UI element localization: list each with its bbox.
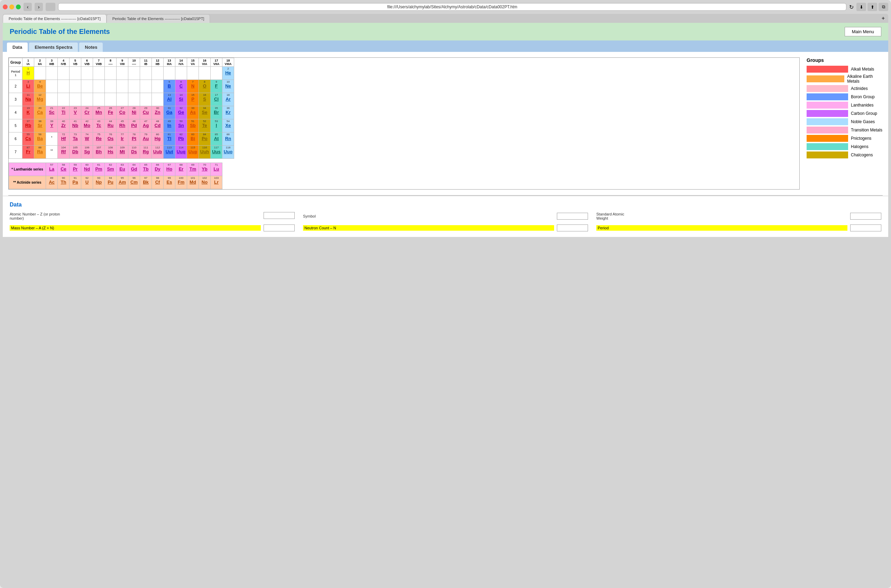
element-Uuq[interactable]: 114 Uuq bbox=[176, 146, 187, 159]
element-Mo[interactable]: 42 Mo bbox=[81, 119, 93, 132]
element-Ar[interactable]: 18 Ar bbox=[222, 93, 234, 106]
element-Al[interactable]: 13 Al bbox=[164, 93, 176, 106]
share-button[interactable]: ⬆ bbox=[867, 3, 877, 11]
forward-button[interactable]: › bbox=[34, 3, 43, 11]
element-I[interactable]: 53 I bbox=[211, 119, 222, 132]
element-Xe[interactable]: 54 Xe bbox=[222, 119, 234, 132]
element-Hs[interactable]: 108 Hs bbox=[105, 146, 117, 159]
element-V[interactable]: 23 V bbox=[69, 106, 81, 119]
element-Ds[interactable]: 110 Ds bbox=[128, 146, 140, 159]
element-Hg[interactable]: 80 Hg bbox=[152, 132, 164, 146]
element-Kr[interactable]: 36 Kr bbox=[222, 106, 234, 119]
element-Re[interactable]: 75 Re bbox=[93, 132, 105, 146]
element-No[interactable]: 102No bbox=[199, 176, 211, 189]
close-button[interactable] bbox=[3, 4, 8, 9]
element-Yb[interactable]: 70Yb bbox=[199, 163, 211, 176]
element-Ra[interactable]: 88 Ra bbox=[34, 146, 46, 159]
element-Pt[interactable]: 78 Pt bbox=[128, 132, 140, 146]
element-Md[interactable]: 101Md bbox=[187, 176, 199, 189]
element-Pd[interactable]: 46 Pd bbox=[128, 119, 140, 132]
new-window-button[interactable]: ⧉ bbox=[879, 3, 888, 11]
element-Po[interactable]: 84 Po bbox=[199, 132, 211, 146]
element-Se[interactable]: 34 Se bbox=[199, 106, 211, 119]
tab-notes[interactable]: Notes bbox=[79, 42, 103, 52]
element-Br[interactable]: 35 Br bbox=[211, 106, 222, 119]
element-Co[interactable]: 27 Co bbox=[117, 106, 128, 119]
element-H[interactable]: 1 H bbox=[22, 67, 34, 80]
element-Uup[interactable]: 115 Uup bbox=[187, 146, 199, 159]
element-At[interactable]: 85 At bbox=[211, 132, 222, 146]
element-Tb[interactable]: 65Tb bbox=[140, 163, 152, 176]
new-tab-button[interactable]: + bbox=[878, 14, 888, 23]
element-O[interactable]: 8 O bbox=[199, 80, 211, 93]
element-Bk[interactable]: 97Bk bbox=[140, 176, 152, 189]
browser-tab-2[interactable]: Periodic Table of the Elements ---------… bbox=[106, 14, 210, 23]
element-Sg[interactable]: 106 Sg bbox=[81, 146, 93, 159]
element-Ac[interactable]: 89Ac bbox=[46, 176, 58, 189]
input-neutron-count[interactable] bbox=[557, 225, 588, 231]
element-Db[interactable]: 105 Db bbox=[69, 146, 81, 159]
element-Ce[interactable]: 58Ce bbox=[58, 163, 69, 176]
element-Eu[interactable]: 63Eu bbox=[117, 163, 128, 176]
element-W[interactable]: 74 W bbox=[81, 132, 93, 146]
element-Es[interactable]: 99Es bbox=[164, 176, 176, 189]
element-Os[interactable]: 76 Os bbox=[105, 132, 117, 146]
element-K[interactable]: 19 K bbox=[22, 106, 34, 119]
element-Rb[interactable]: 37 Rb bbox=[22, 119, 34, 132]
element-Fr[interactable]: 87 Fr bbox=[22, 146, 34, 159]
element-Ni[interactable]: 28 Ni bbox=[128, 106, 140, 119]
element-Ba[interactable]: 56 Ba bbox=[34, 132, 46, 146]
element-Tl[interactable]: 81 Tl bbox=[164, 132, 176, 146]
element-Bh[interactable]: 107 Bh bbox=[93, 146, 105, 159]
element-Au[interactable]: 79 Au bbox=[140, 132, 152, 146]
element-Ga[interactable]: 31 Ga bbox=[164, 106, 176, 119]
element-Pa[interactable]: 91Pa bbox=[69, 176, 81, 189]
element-Ti[interactable]: 22 Ti bbox=[58, 106, 69, 119]
element-Dy[interactable]: 66Dy bbox=[152, 163, 164, 176]
element-Bi[interactable]: 83 Bi bbox=[187, 132, 199, 146]
element-Rh[interactable]: 45 Rh bbox=[117, 119, 128, 132]
element-Uuo[interactable]: 118 Uuo bbox=[222, 146, 234, 159]
element-Pr[interactable]: 59Pr bbox=[69, 163, 81, 176]
element-Uuh[interactable]: 116 Uuh bbox=[199, 146, 211, 159]
element-Te[interactable]: 52 Te bbox=[199, 119, 211, 132]
element-Th[interactable]: 90Th bbox=[58, 176, 69, 189]
element-Zr[interactable]: 40 Zr bbox=[58, 119, 69, 132]
element-Si[interactable]: 14 Si bbox=[176, 93, 187, 106]
element-Pb[interactable]: 82 Pb bbox=[176, 132, 187, 146]
element-Gd[interactable]: 64Gd bbox=[128, 163, 140, 176]
element-Ge[interactable]: 32 Ge bbox=[176, 106, 187, 119]
element-In[interactable]: 49 In bbox=[164, 119, 176, 132]
element-Cl[interactable]: 17 Cl bbox=[211, 93, 222, 106]
minimize-button[interactable] bbox=[9, 4, 14, 9]
download-button[interactable]: ⬇ bbox=[856, 3, 866, 11]
element-Ne[interactable]: 10 Ne bbox=[222, 80, 234, 93]
element-Fe[interactable]: 26 Fe bbox=[105, 106, 117, 119]
element-He[interactable]: 2 He bbox=[222, 67, 234, 80]
element-Np[interactable]: 93Np bbox=[93, 176, 105, 189]
element-Rn[interactable]: 86 Rn bbox=[222, 132, 234, 146]
element-Cf[interactable]: 98Cf bbox=[152, 176, 164, 189]
element-Nd[interactable]: 60Nd bbox=[81, 163, 93, 176]
browser-tab-1[interactable]: Periodic Table of the Elements ---------… bbox=[3, 14, 106, 23]
element-Cm[interactable]: 96Cm bbox=[128, 176, 140, 189]
back-button[interactable]: ‹ bbox=[24, 3, 32, 11]
element-Ru[interactable]: 44 Ru bbox=[105, 119, 117, 132]
element-Be[interactable]: 4 Be bbox=[34, 80, 46, 93]
element-Ca[interactable]: 20 Ca bbox=[34, 106, 46, 119]
element-Tm[interactable]: 69Tm bbox=[187, 163, 199, 176]
tab-elements-spectra[interactable]: Elements Spectra bbox=[29, 42, 78, 52]
element-Sm[interactable]: 62Sm bbox=[105, 163, 117, 176]
element-S[interactable]: 16 S bbox=[199, 93, 211, 106]
element-Y[interactable]: 39 Y bbox=[46, 119, 58, 132]
element-Mn[interactable]: 25 Mn bbox=[93, 106, 105, 119]
element-As[interactable]: 33 As bbox=[187, 106, 199, 119]
input-period[interactable] bbox=[850, 225, 881, 231]
element-Sr[interactable]: 38 Sr bbox=[34, 119, 46, 132]
element-F[interactable]: 9 F bbox=[211, 80, 222, 93]
element-Ag[interactable]: 47 Ag bbox=[140, 119, 152, 132]
element-Sn[interactable]: 50 Sn bbox=[176, 119, 187, 132]
element-Er[interactable]: 68Er bbox=[176, 163, 187, 176]
element-Lu[interactable]: 71Lu bbox=[211, 163, 222, 176]
input-atomic-number[interactable] bbox=[264, 212, 295, 219]
